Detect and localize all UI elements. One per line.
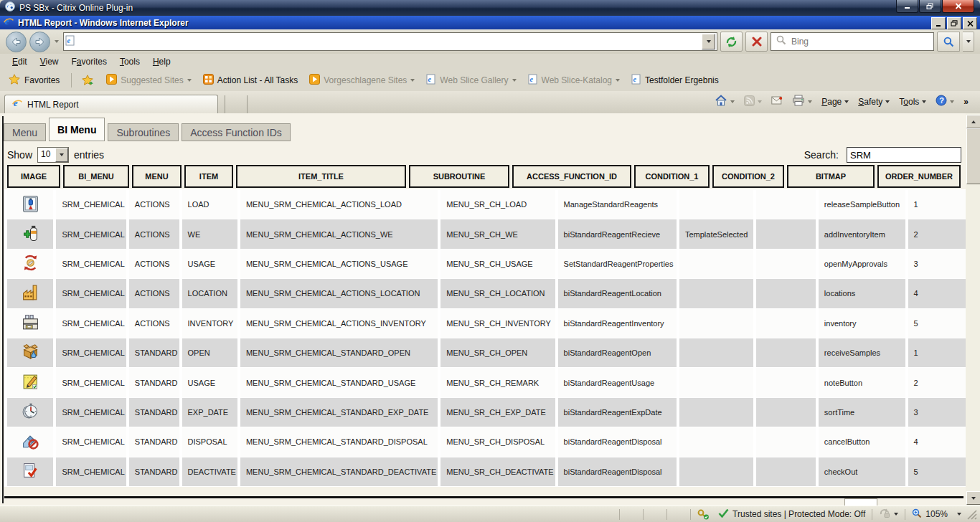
favorites-bar: Favorites Suggested SitesAction List - A… bbox=[0, 70, 980, 92]
cell-bi_menu: SRM_CHEMICAL bbox=[56, 219, 126, 248]
print-button[interactable] bbox=[788, 92, 816, 110]
column-header-item_title[interactable]: ITEM_TITLE bbox=[236, 165, 406, 188]
address-field[interactable]: e bbox=[63, 32, 717, 51]
forward-button[interactable] bbox=[29, 32, 50, 52]
table-row[interactable]: SRM_CHEMICALSTANDARDDEACTIVATEMENU_SRM_C… bbox=[7, 457, 977, 486]
column-header-access_function_id[interactable]: ACCESS_FUNCTION_ID bbox=[512, 165, 631, 188]
favorites-link-action-list-all-tasks[interactable]: Action List - All Tasks bbox=[197, 72, 304, 89]
divider bbox=[247, 95, 248, 113]
cell-access_function_id: ManageStandardReagents bbox=[558, 190, 677, 219]
command-safety-menu[interactable]: Safety bbox=[854, 95, 894, 109]
column-header-bi_menu[interactable]: BI_MENU bbox=[63, 165, 129, 188]
search-box[interactable] bbox=[771, 32, 934, 51]
cell-bitmap: sortTime bbox=[819, 398, 905, 427]
ie-page-icon: e bbox=[631, 74, 641, 87]
recent-pages-dropdown[interactable] bbox=[53, 40, 60, 43]
column-header-condition_1[interactable]: CONDITION_1 bbox=[634, 165, 710, 188]
receive-bottle-icon bbox=[7, 219, 53, 248]
credentials-key-icon[interactable] bbox=[693, 509, 714, 520]
scrollbar-up-icon[interactable] bbox=[966, 115, 980, 128]
favorites-link-suggested-sites[interactable]: Suggested Sites bbox=[100, 72, 197, 89]
cell-condition_1 bbox=[679, 427, 754, 456]
security-zone-panel[interactable]: Trusted sites | Protected Mode: Off bbox=[714, 508, 870, 520]
status-bar: Trusted sites | Protected Mode: Off 105% bbox=[0, 506, 980, 522]
cell-access_function_id: biStandardReagentDisposal bbox=[558, 427, 677, 456]
ie-minimize-button[interactable] bbox=[931, 17, 946, 29]
inprivate-filter-button[interactable] bbox=[875, 508, 903, 521]
table-row[interactable]: SRM_CHEMICALSTANDARDUSAGEMENU_SRM_CHEMIC… bbox=[7, 368, 977, 397]
command-page-menu[interactable]: Page bbox=[817, 95, 853, 109]
mail-button[interactable] bbox=[767, 94, 787, 109]
address-input[interactable] bbox=[77, 34, 699, 49]
tab-access-function-ids[interactable]: Access Function IDs bbox=[182, 123, 291, 141]
table-row[interactable]: SRM_CHEMICALACTIONSWEMENU_SRM_CHEMICAL_A… bbox=[7, 219, 977, 248]
add-to-favorites-bar-button[interactable] bbox=[76, 72, 100, 88]
menu-favorites[interactable]: Favorites bbox=[65, 54, 113, 69]
table-row[interactable]: SRM_CHEMICALSTANDARDOPENMENU_SRM_CHEMICA… bbox=[7, 338, 977, 367]
cell-access_function_id: biStandardReagentOpen bbox=[558, 338, 677, 367]
table-search-input[interactable] bbox=[847, 147, 961, 163]
browser-tab-html-report[interactable]: e HTML Report bbox=[4, 95, 218, 113]
select-dropdown-icon[interactable] bbox=[55, 148, 68, 162]
citrix-restore-button[interactable] bbox=[919, 0, 941, 13]
bing-search-input[interactable] bbox=[790, 36, 928, 47]
cell-access_function_id: biStandardReagentInventory bbox=[558, 309, 677, 338]
column-header-subroutine[interactable]: SUBROUTINE bbox=[409, 165, 509, 188]
tab-menu[interactable]: Menu bbox=[4, 123, 46, 141]
toolbar-overflow-chevron[interactable]: » bbox=[959, 95, 973, 109]
scrollbar-thumb[interactable] bbox=[966, 128, 980, 184]
page-left-rule bbox=[2, 116, 4, 503]
rss-button[interactable] bbox=[740, 93, 766, 110]
cell-menu: ACTIONS bbox=[129, 219, 179, 248]
column-header-image[interactable]: IMAGE bbox=[7, 165, 60, 188]
favorites-link-web-slice-gallery[interactable]: eWeb Slice Gallery bbox=[420, 72, 522, 89]
citrix-minimize-button[interactable] bbox=[896, 0, 918, 13]
page-size-select[interactable]: 10 bbox=[37, 147, 69, 163]
cell-item: OPEN bbox=[182, 338, 237, 367]
cell-item_title: MENU_SRM_CHEMICAL_ACTIONS_LOAD bbox=[240, 190, 438, 219]
table-row[interactable]: SRM_CHEMICALACTIONSLOADMENU_SRM_CHEMICAL… bbox=[7, 190, 977, 219]
cell-bi_menu: SRM_CHEMICAL bbox=[56, 427, 126, 456]
menu-help[interactable]: Help bbox=[146, 54, 177, 69]
command-tools-menu[interactable]: Tools bbox=[895, 95, 930, 109]
menu-view[interactable]: View bbox=[34, 54, 65, 69]
table-row[interactable]: SRM_CHEMICALACTIONSUSAGEMENU_SRM_CHEMICA… bbox=[7, 250, 977, 278]
table-row[interactable]: SRM_CHEMICALSTANDARDEXP_DATEMENU_SRM_CHE… bbox=[7, 398, 977, 427]
tab-subroutines[interactable]: Subroutines bbox=[108, 123, 179, 141]
tab-bi-menu[interactable]: BI Menu bbox=[49, 118, 105, 141]
ie-close-button[interactable] bbox=[963, 17, 977, 29]
table-row[interactable]: SRM_CHEMICALACTIONSINVENTORYMENU_SRM_CHE… bbox=[7, 309, 977, 338]
vertical-scrollbar[interactable] bbox=[966, 113, 980, 506]
citrix-close-button[interactable] bbox=[942, 0, 974, 13]
table-row[interactable]: SRM_CHEMICALACTIONSLOCATIONMENU_SRM_CHEM… bbox=[7, 279, 977, 308]
cell-subroutine: MENU_SR_CH_LOCATION bbox=[440, 279, 555, 308]
favorites-link-testfolder-ergebnis[interactable]: eTestfolder Ergebnis bbox=[626, 72, 725, 89]
menu-edit[interactable]: Edit bbox=[6, 54, 34, 69]
column-header-bitmap[interactable]: BITMAP bbox=[787, 165, 875, 188]
cell-bi_menu: SRM_CHEMICAL bbox=[56, 398, 126, 427]
back-button[interactable] bbox=[6, 32, 27, 52]
column-header-item[interactable]: ITEM bbox=[184, 165, 233, 188]
favorites-button[interactable]: Favorites bbox=[6, 74, 67, 87]
search-go-button[interactable] bbox=[937, 32, 960, 52]
tab-row: e HTML Report PageSafetyTools?» bbox=[0, 91, 980, 113]
ie-restore-button[interactable] bbox=[947, 17, 961, 29]
column-header-order_number[interactable]: ORDER_NUMBER bbox=[877, 165, 961, 188]
table-bottom-rule bbox=[4, 496, 963, 498]
column-header-condition_2[interactable]: CONDITION_2 bbox=[712, 165, 784, 188]
zoom-control[interactable]: 105% bbox=[908, 508, 966, 521]
location-factory-icon bbox=[7, 279, 53, 308]
favorites-link-web-slice-katalog[interactable]: eWeb Slice-Katalog bbox=[522, 72, 626, 89]
column-header-menu[interactable]: MENU bbox=[132, 165, 182, 188]
help-button[interactable]: ? bbox=[931, 92, 958, 110]
search-options-dropdown[interactable] bbox=[963, 32, 974, 52]
stop-button[interactable] bbox=[745, 32, 768, 52]
table-row[interactable]: SRM_CHEMICALSTANDARDDISPOSALMENU_SRM_CHE… bbox=[7, 427, 977, 456]
favorites-link-vorgeschlagene-sites[interactable]: Vorgeschlagene Sites bbox=[303, 72, 420, 89]
home-button[interactable] bbox=[710, 92, 739, 110]
scrollbar-down-icon[interactable] bbox=[966, 491, 980, 505]
menu-tools[interactable]: Tools bbox=[113, 54, 146, 69]
resize-grip-icon[interactable] bbox=[967, 510, 979, 521]
address-dropdown-button[interactable] bbox=[702, 34, 715, 49]
refresh-button[interactable] bbox=[720, 32, 743, 52]
